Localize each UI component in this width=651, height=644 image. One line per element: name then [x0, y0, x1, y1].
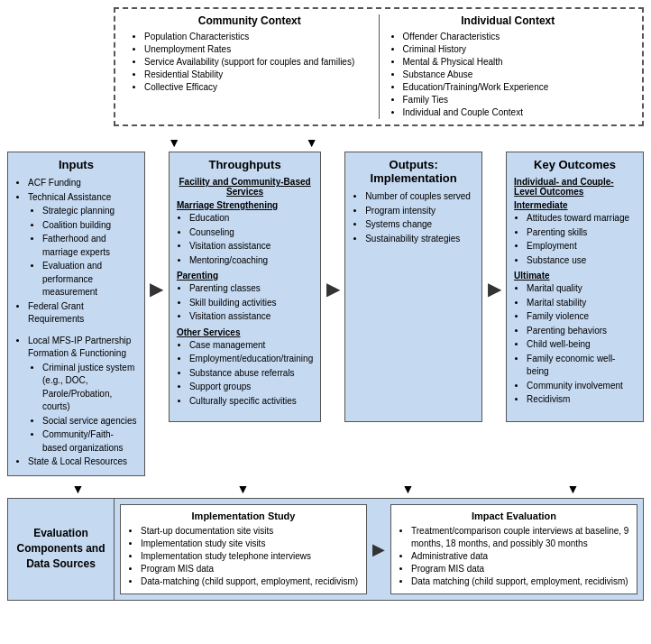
list-item: Parenting behaviors	[527, 325, 636, 338]
intermediate-list: Attitudes toward marriage Parenting skil…	[514, 212, 636, 267]
study-arrow: ▶	[371, 504, 387, 594]
outputs-list: Number of couples served Program intensi…	[353, 190, 474, 245]
list-item: Implementation study telephone interview…	[141, 550, 359, 563]
ultimate-list: Marital quality Marital stability Family…	[514, 282, 636, 407]
list-item: Local MFS-IP Partnership Formation & Fun…	[28, 335, 137, 361]
other-services-list: Case management Employment/education/tra…	[177, 339, 313, 409]
list-item: Visitation assistance	[189, 240, 313, 253]
main-flow: Inputs ACF Funding Technical Assistance …	[7, 152, 644, 476]
list-item: Unemployment Rates	[144, 43, 368, 56]
parenting-list: Parenting classes Skill building activit…	[177, 282, 313, 324]
impact-evaluation-box: Impact Evaluation Treatment/comparison c…	[390, 504, 637, 594]
evaluation-label-box: Evaluation Components and Data Sources	[8, 499, 115, 600]
list-item: Skill building activities	[189, 297, 313, 310]
list-item: Visitation assistance	[189, 310, 313, 324]
down-arrow-throughputs: ▼	[117, 135, 232, 150]
list-item: Recidivism	[527, 393, 636, 407]
list-item: Substance Abuse	[403, 69, 627, 81]
arrow-right-icon: ▶	[326, 278, 340, 299]
list-item: Child well-being	[527, 338, 636, 352]
arrow-right-icon: ▶	[488, 278, 501, 299]
list-item: Offender Characteristics	[403, 31, 627, 43]
list-item: Parenting classes	[189, 282, 313, 296]
down-arrow-keyoutcomes-2: ▼	[502, 482, 644, 496]
implementation-study-title: Implementation Study	[128, 511, 359, 521]
list-item: Substance abuse referrals	[189, 367, 313, 381]
key-outcomes-title: Key Outcomes	[514, 158, 636, 171]
list-item: Mentoring/coaching	[189, 254, 313, 268]
list-item: Systems change	[365, 218, 474, 232]
list-item: Federal Grant Requirements	[28, 300, 137, 327]
list-item: Treatment/comparison couple interviews a…	[411, 525, 629, 550]
list-item: Strategic planning	[42, 205, 137, 218]
implementation-study-list: Start-up documentation site visits Imple…	[128, 525, 359, 588]
list-item: Coalition building	[42, 219, 137, 233]
list-item: Education/Training/Work Experience	[403, 81, 627, 94]
list-item: Culturally specific activities	[189, 395, 313, 409]
list-item: Fatherhood and marriage experts	[42, 233, 137, 259]
individual-context-section: Individual Context Offender Characterist…	[383, 14, 634, 119]
individual-context-list: Offender Characteristics Criminal Histor…	[390, 31, 627, 119]
list-item: Service Availability (support for couple…	[144, 56, 368, 69]
list-item: Marital stability	[527, 297, 636, 310]
community-context-title: Community Context	[132, 14, 368, 27]
list-item: Family economic well-being	[527, 353, 636, 379]
list-item: Evaluation and performance measurement	[42, 260, 137, 299]
individual-context-title: Individual Context	[390, 14, 627, 27]
diagram-container: Community Context Population Characteris…	[7, 7, 644, 601]
list-item: Number of couples served	[365, 190, 474, 204]
list-item: Program MIS data	[141, 563, 359, 575]
key-outcomes-box: Key Outcomes Individual- and Couple-Leve…	[506, 152, 644, 422]
throughputs-title: Throughputs	[177, 158, 313, 171]
list-item: State & Local Resources	[28, 455, 137, 469]
list-item: Education	[189, 212, 313, 225]
list-item: Criminal justice system (e.g., DOC, Paro…	[42, 362, 137, 414]
list-item: Implementation study site visits	[141, 538, 359, 550]
outputs-title: Outputs: Implementation	[353, 158, 474, 185]
inputs-list-1: ACF Funding Technical Assistance Strateg…	[15, 177, 137, 327]
key-outcomes-main-heading: Individual- and Couple-Level Outcomes	[514, 177, 636, 197]
list-item: Substance use	[527, 254, 636, 268]
list-item: Criminal History	[403, 43, 627, 56]
list-item: Data matching (child support, employment…	[411, 575, 629, 588]
community-context-list: Population Characteristics Unemployment …	[132, 31, 368, 94]
list-item: Strategic planning Coalition building Fa…	[28, 205, 137, 299]
down-arrow-outputs-2: ▼	[337, 482, 479, 496]
list-item: Sustainability strategies	[365, 233, 474, 246]
arrow-right-icon: ▶	[372, 539, 385, 559]
community-context-section: Community Context Population Characteris…	[124, 14, 375, 119]
evaluation-studies: Implementation Study Start-up documentat…	[115, 499, 643, 600]
marriage-strengthening-heading: Marriage Strengthening	[177, 200, 313, 210]
list-item: Residential Stability	[144, 69, 368, 81]
list-item: Case management	[189, 339, 313, 353]
list-item: Administrative data	[411, 550, 629, 563]
list-item: Mental & Physical Health	[403, 56, 627, 69]
other-services-heading: Other Services	[177, 327, 313, 337]
list-item: Population Characteristics	[144, 31, 368, 43]
list-item: Attitudes toward marriage	[527, 212, 636, 225]
evaluation-section: Evaluation Components and Data Sources I…	[7, 498, 644, 601]
down-arrows-row: ▼ ▼ ▼ ▼	[7, 482, 644, 496]
inputs-list-2: Local MFS-IP Partnership Formation & Fun…	[15, 335, 137, 469]
list-item: Social service agencies	[42, 415, 137, 428]
evaluation-label: Evaluation Components and Data Sources	[14, 526, 108, 571]
implementation-study-box: Implementation Study Start-up documentat…	[120, 504, 367, 594]
list-item: Marital quality	[527, 282, 636, 296]
impact-evaluation-list: Treatment/comparison couple interviews a…	[399, 525, 629, 588]
list-item: Data-matching (child support, employment…	[141, 575, 359, 588]
parenting-heading: Parenting	[177, 271, 313, 281]
down-arrow-inputs: ▼	[7, 482, 149, 496]
list-item: Community involvement	[527, 380, 636, 393]
down-arrow-throughputs-2: ▼	[172, 482, 314, 496]
ultimate-heading: Ultimate	[514, 271, 636, 281]
down-arrow-key-outcomes: ▼	[255, 135, 370, 150]
list-item: ACF Funding	[28, 177, 137, 190]
list-item: Family violence	[527, 310, 636, 324]
inputs-title: Inputs	[15, 158, 137, 171]
arrow-inputs-throughputs: ▶	[149, 152, 165, 299]
arrow-right-icon: ▶	[150, 278, 163, 299]
list-item: Start-up documentation site visits	[141, 525, 359, 538]
list-item: Criminal justice system (e.g., DOC, Paro…	[28, 362, 137, 455]
intermediate-heading: Intermediate	[514, 200, 636, 210]
outputs-box: Outputs: Implementation Number of couple…	[344, 152, 482, 422]
